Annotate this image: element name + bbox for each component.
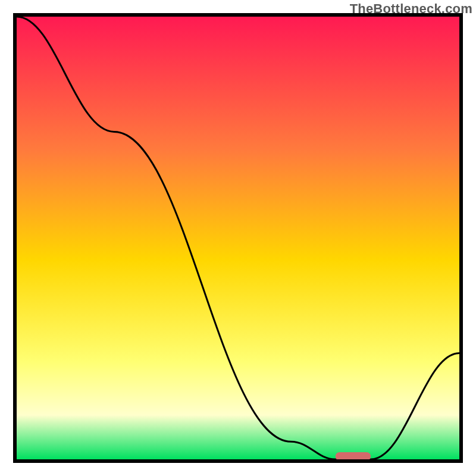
plot-area	[15, 15, 461, 461]
watermark-text: TheBottleneck.com	[350, 1, 472, 17]
bottleneck-chart	[0, 0, 476, 476]
plot-background	[17, 17, 459, 459]
optimal-marker	[336, 452, 371, 461]
